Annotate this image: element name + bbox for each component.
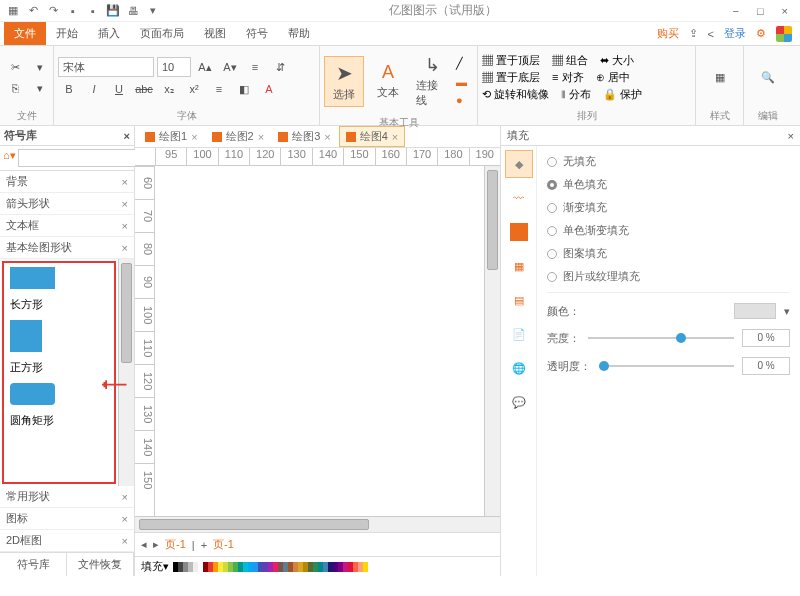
send-back-button[interactable]: ▦ 置于底层 — [482, 70, 540, 85]
cut-icon[interactable]: ✂ — [4, 58, 26, 76]
fill-menu-icon[interactable]: ▾ — [163, 560, 169, 573]
category-icons[interactable]: 图标× — [0, 508, 134, 530]
buy-link[interactable]: 购买 — [657, 26, 679, 41]
home-icon[interactable]: ⌂▾ — [3, 149, 16, 167]
style-button[interactable]: ▦ — [700, 67, 739, 88]
brightness-value[interactable]: 0 % — [742, 329, 790, 347]
highlight-icon[interactable]: ◧ — [233, 80, 255, 98]
save-icon[interactable]: 💾 — [106, 4, 120, 18]
print-icon[interactable]: 🖶 — [126, 4, 140, 18]
undo-icon[interactable]: ↶ — [26, 4, 40, 18]
category-basic-shapes[interactable]: 基本绘图形状× — [0, 237, 134, 259]
shape-rectangle[interactable]: 长方形 — [4, 263, 114, 316]
add-page-icon[interactable]: + — [201, 539, 207, 551]
close-button[interactable]: × — [782, 5, 788, 17]
tab-symbol[interactable]: 符号 — [236, 22, 278, 45]
category-background[interactable]: 背景× — [0, 171, 134, 193]
align-button[interactable]: ≡ 对齐 — [552, 70, 583, 85]
fill-option-2[interactable]: 渐变填充 — [547, 200, 790, 215]
line-tab-icon[interactable]: 〰 — [505, 184, 533, 212]
protect-button[interactable]: 🔒 保护 — [603, 87, 642, 102]
shape-rounded-rect[interactable]: 圆角矩形 — [4, 379, 114, 432]
edit-button[interactable]: 🔍 — [748, 67, 788, 88]
italic-button[interactable]: I — [83, 80, 105, 98]
gear-icon[interactable]: ⚙ — [756, 27, 766, 40]
fill-option-5[interactable]: 图片或纹理填充 — [547, 269, 790, 284]
shapes-scrollbar[interactable] — [118, 259, 134, 486]
font-size-select[interactable]: 10 — [157, 57, 191, 77]
paste-icon[interactable]: ▾ — [29, 79, 51, 97]
close-fill-panel-icon[interactable]: × — [788, 130, 794, 142]
line-spacing-icon[interactable]: ⇵ — [269, 58, 291, 76]
subscript-button[interactable]: x₂ — [158, 80, 180, 98]
copy-icon[interactable]: ⎘ — [4, 79, 26, 97]
export-icon[interactable]: ⇪ — [689, 27, 698, 40]
chat-tab-icon[interactable]: 💬 — [505, 388, 533, 416]
close-panel-icon[interactable]: × — [124, 130, 130, 142]
tab-file[interactable]: 文件 — [4, 22, 46, 45]
circle-shape-icon[interactable]: ● — [456, 94, 467, 106]
color-dropdown-icon[interactable]: ▾ — [784, 305, 790, 318]
color-picker[interactable] — [734, 303, 776, 319]
strike-button[interactable]: abc — [133, 80, 155, 98]
align-icon[interactable]: ≡ — [244, 58, 266, 76]
tab-file-recovery[interactable]: 文件恢复 — [67, 553, 134, 576]
doc-tab-3[interactable]: 绘图4× — [339, 126, 406, 147]
line-shape-icon[interactable]: ╱ — [456, 57, 467, 70]
page-nav-next-icon[interactable]: ▸ — [153, 538, 159, 551]
opacity-value[interactable]: 0 % — [742, 357, 790, 375]
page-tab-icon[interactable]: 📄 — [505, 320, 533, 348]
qat-more-icon[interactable]: ▾ — [146, 4, 160, 18]
doc-tab-2[interactable]: 绘图3× — [272, 127, 337, 146]
share-icon[interactable]: < — [708, 28, 714, 40]
canvas-vscrollbar[interactable] — [484, 166, 500, 516]
layers-tab-icon[interactable]: ▤ — [505, 286, 533, 314]
maximize-button[interactable]: □ — [757, 5, 764, 17]
select-tool-button[interactable]: ➤选择 — [324, 56, 364, 107]
group-button[interactable]: ▦ 组合 — [552, 53, 588, 68]
minimize-button[interactable]: − — [732, 5, 738, 17]
doc-tab-0[interactable]: 绘图1× — [139, 127, 204, 146]
fill-option-0[interactable]: 无填充 — [547, 154, 790, 169]
category-common[interactable]: 常用形状× — [0, 486, 134, 508]
redo-icon[interactable]: ↷ — [46, 4, 60, 18]
text-tool-button[interactable]: A文本 — [368, 58, 408, 104]
grow-font-icon[interactable]: A▴ — [194, 58, 216, 76]
bold-button[interactable]: B — [58, 80, 80, 98]
tab-symbol-library[interactable]: 符号库 — [0, 553, 67, 576]
page-nav-prev-icon[interactable]: ◂ — [141, 538, 147, 551]
format-painter-icon[interactable]: ▾ — [29, 58, 51, 76]
pattern-tab-icon[interactable]: ▦ — [505, 252, 533, 280]
distribute-button[interactable]: ⫴ 分布 — [561, 87, 591, 102]
category-arrows[interactable]: 箭头形状× — [0, 193, 134, 215]
tab-view[interactable]: 视图 — [194, 22, 236, 45]
open-icon[interactable]: ▪ — [86, 4, 100, 18]
tab-insert[interactable]: 插入 — [88, 22, 130, 45]
page-tab-1[interactable]: 页-1 — [165, 537, 186, 552]
brightness-slider[interactable] — [588, 337, 734, 339]
underline-button[interactable]: U — [108, 80, 130, 98]
tab-help[interactable]: 帮助 — [278, 22, 320, 45]
tab-start[interactable]: 开始 — [46, 22, 88, 45]
fill-option-3[interactable]: 单色渐变填充 — [547, 223, 790, 238]
rotate-button[interactable]: ⟲ 旋转和镜像 — [482, 87, 549, 102]
font-name-select[interactable]: 宋体 — [58, 57, 154, 77]
bring-front-button[interactable]: ▦ 置于顶层 — [482, 53, 540, 68]
category-textbox[interactable]: 文本框× — [0, 215, 134, 237]
bullet-icon[interactable]: ≡ — [208, 80, 230, 98]
opacity-slider[interactable] — [599, 365, 734, 367]
superscript-button[interactable]: x² — [183, 80, 205, 98]
center-button[interactable]: ⊕ 居中 — [596, 70, 630, 85]
new-icon[interactable]: ▪ — [66, 4, 80, 18]
drawing-canvas[interactable] — [155, 166, 484, 516]
canvas-hscrollbar[interactable] — [135, 516, 500, 532]
shrink-font-icon[interactable]: A▾ — [219, 58, 241, 76]
font-color-icon[interactable]: A — [258, 80, 280, 98]
map-tab-icon[interactable]: 🌐 — [505, 354, 533, 382]
login-link[interactable]: 登录 — [724, 26, 746, 41]
fill-option-1[interactable]: 单色填充 — [547, 177, 790, 192]
rect-shape-icon[interactable]: ▬ — [456, 76, 467, 88]
shape-tab-icon[interactable] — [505, 218, 533, 246]
doc-tab-1[interactable]: 绘图2× — [206, 127, 271, 146]
page-tab-2[interactable]: 页-1 — [213, 537, 234, 552]
